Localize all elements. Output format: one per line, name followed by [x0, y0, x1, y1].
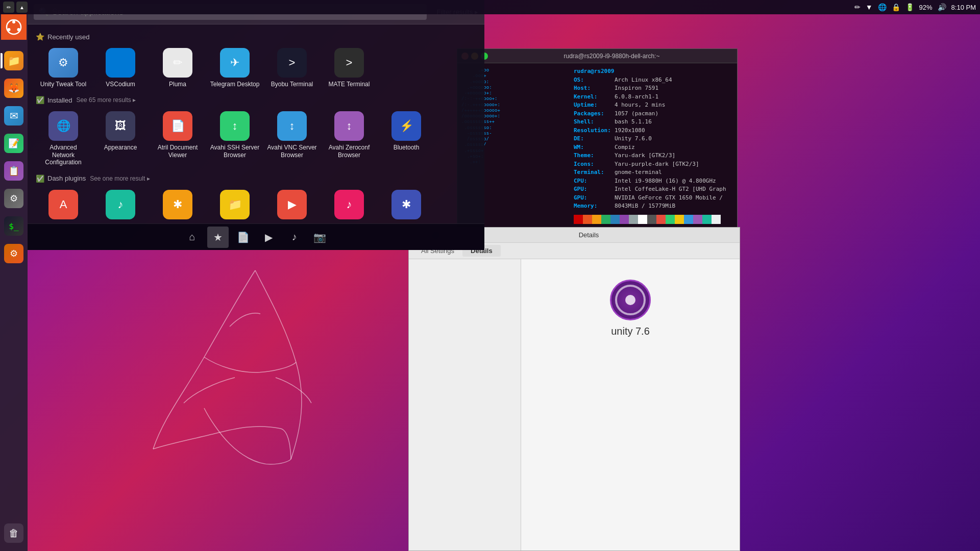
sidebar-item-settings2[interactable]: ⚙	[2, 241, 26, 266]
terminal-titlebar: rudra@rs2009-i9-9880h-dell-arch:~	[457, 49, 737, 63]
see-more-link[interactable]: See 65 more results ▸	[76, 96, 136, 104]
color-swatch	[620, 215, 629, 224]
app-name: Unity Tweak Tool	[40, 81, 86, 88]
dash-dock: ⌂★📄▶♪📷	[28, 223, 484, 250]
app-icon: A	[48, 190, 78, 219]
settings-main: unity 7.6	[521, 259, 740, 550]
tray-volume-icon[interactable]: 🔊	[938, 3, 946, 11]
info-val: NVIDIA GeForce GTX 1650 Mobile /	[615, 194, 723, 203]
installed-icon: ✅	[36, 96, 44, 104]
sidebar-item-terminal[interactable]: $_	[2, 214, 26, 238]
info-key: Uptime:	[574, 101, 615, 110]
sidebar-item-firefox[interactable]: 🦊	[2, 76, 26, 101]
info-key: Icons:	[574, 160, 615, 169]
info-key: Shell:	[574, 118, 615, 127]
unity-version-label: unity 7.6	[611, 325, 650, 337]
tray-network-icon[interactable]: ▼	[866, 3, 873, 11]
dock-item-apps[interactable]: ★	[207, 227, 229, 248]
app-item[interactable]: ⚙ Unity Tweak Tool	[36, 44, 91, 92]
sidebar-item-text[interactable]: 📋	[2, 159, 26, 183]
info-key: Memory:	[574, 202, 615, 211]
color-swatch	[693, 215, 702, 224]
app-item[interactable]: ⚡ Bluetooth	[379, 107, 434, 170]
installed-header: ✅ Installed See 65 more results ▸	[36, 96, 476, 104]
sidebar-item-mail[interactable]: ✉	[2, 104, 26, 128]
taskbar-app-icon2[interactable]: ▲	[16, 2, 28, 13]
app-icon: ⚙	[48, 48, 78, 78]
app-item[interactable]: ✏ Pluma	[150, 44, 205, 92]
info-val: Yaru-dark [GTK2/3]	[615, 152, 675, 160]
app-icon: ♪	[106, 190, 135, 219]
tray-battery-icon[interactable]: 🔋	[905, 3, 914, 11]
sidebar-item-files[interactable]: 📁	[2, 48, 26, 73]
dock-item-files[interactable]: 📄	[233, 227, 254, 248]
taskbar-app-icon[interactable]: ✏	[3, 2, 14, 13]
app-item[interactable]: 📄 Atril Document Viewer	[150, 107, 205, 170]
info-line: Terminal: gnome-terminal	[574, 168, 733, 177]
app-item[interactable]: > Byobu Terminal	[264, 44, 320, 92]
app-item[interactable]: ✱ Shotwell	[379, 186, 434, 223]
color-bar	[574, 215, 733, 224]
tray-edit-icon[interactable]: ✏	[854, 3, 861, 11]
sidebar-item-trash[interactable]: 🗑	[2, 521, 26, 545]
svg-point-1	[12, 20, 15, 23]
dock-item-music[interactable]: ♪	[284, 227, 305, 248]
app-icon: ✏	[163, 48, 192, 78]
ubuntu-logo-button[interactable]	[1, 14, 27, 40]
recently-used-grid: ⚙ Unity Tweak Tool VSCodium ✏ Pluma ✈ Te…	[36, 44, 476, 92]
app-item[interactable]: > MATE Terminal	[322, 44, 377, 92]
app-item[interactable]: ✈ Telegram Desktop	[207, 44, 262, 92]
info-key: CPU:	[574, 177, 615, 186]
app-item[interactable]: VSCodium	[93, 44, 148, 92]
dock-item-media[interactable]: ▶	[258, 227, 280, 248]
app-item[interactable]: ↕ Avahi SSH Server Browser	[207, 107, 262, 170]
app-name: Advanced Network Configuration	[38, 144, 89, 166]
app-icon: ⚡	[391, 111, 421, 141]
app-item[interactable]: ↕ Avahi VNC Server Browser	[264, 107, 320, 170]
terminal-title: rudra@rs2009-i9-9880h-dell-arch:~	[491, 53, 733, 60]
app-item[interactable]: A Applications	[36, 186, 91, 223]
sidebar-item-system[interactable]: ⚙	[2, 186, 26, 211]
app-item[interactable]: ✱ Commands	[150, 186, 205, 223]
color-swatch	[684, 215, 693, 224]
app-item[interactable]: ♪ Banshee	[93, 186, 148, 223]
color-swatch	[702, 215, 712, 224]
app-item[interactable]: 📁 Files & Folders	[207, 186, 262, 223]
info-key: GPU:	[574, 185, 615, 194]
desktop-art	[102, 245, 408, 500]
app-item[interactable]: ♪ Rhythmbox	[322, 186, 377, 223]
app-item[interactable]: ▶ Remote videos	[264, 186, 320, 223]
sidebar-item-libreoffice[interactable]: 📝	[2, 131, 26, 156]
settings-sidebar	[409, 259, 521, 550]
plugins-grid: A Applications ♪ Banshee ✱ Commands 📁 Fi…	[36, 186, 476, 223]
info-val: Intel CoffeeLake-H GT2 [UHD Graph	[615, 185, 726, 194]
color-swatch	[592, 215, 601, 224]
app-icon: ✱	[391, 190, 421, 219]
unity-logo-inner	[615, 285, 646, 315]
see-one-result-link[interactable]: See one more result ▸	[90, 175, 150, 182]
terminal-info: rudra@rs2009OS: Arch Linux x86_64Host: I…	[570, 63, 737, 234]
info-val: Inspiron 7591	[615, 84, 658, 93]
info-line: Uptime: 4 hours, 2 mins	[574, 101, 733, 110]
app-icon	[106, 48, 135, 78]
color-swatch	[656, 215, 666, 224]
app-name: Avahi Zeroconf Browser	[324, 144, 375, 159]
tray-globe-icon[interactable]: 🌐	[878, 3, 887, 11]
info-line: Shell: bash 5.1.16	[574, 118, 733, 127]
app-icon: ↕	[277, 111, 307, 141]
dock-item-photos[interactable]: 📷	[309, 227, 331, 248]
app-item[interactable]: 🖼 Appearance	[93, 107, 148, 170]
recently-used-header: ⭐ Recently used	[36, 33, 476, 41]
info-val: bash 5.1.16	[615, 118, 652, 127]
info-val: 980x551	[615, 127, 645, 135]
dock-item-home[interactable]: ⌂	[182, 227, 203, 248]
tray-lock-icon[interactable]: 🔒	[892, 3, 900, 11]
app-item[interactable]: 🌐 Advanced Network Configuration	[36, 107, 91, 170]
info-line: OS: Arch Linux x86_64	[574, 76, 733, 85]
app-icon: ✈	[220, 48, 250, 78]
app-item[interactable]: ↕ Avahi Zeroconf Browser	[322, 107, 377, 170]
battery-percent: 92%	[919, 4, 933, 11]
info-key: Terminal:	[574, 168, 615, 177]
info-val: 6.0.8-arch1-1	[615, 93, 658, 102]
info-key: OS:	[574, 76, 615, 85]
